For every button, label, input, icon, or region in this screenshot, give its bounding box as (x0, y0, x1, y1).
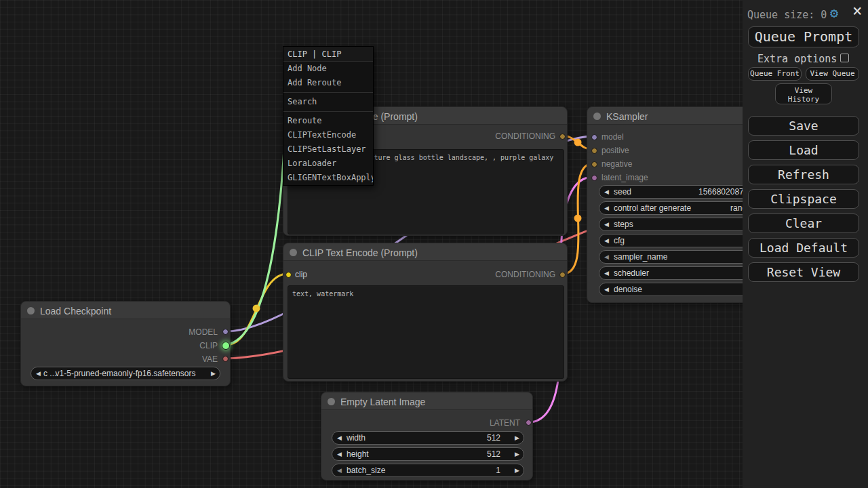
widget-label: denoise (614, 283, 642, 296)
negative-input-label: negative (601, 159, 632, 169)
clip-output-slot[interactable] (222, 342, 230, 350)
widget-label: cfg (614, 235, 625, 247)
latent-output-slot[interactable] (526, 420, 532, 426)
load-default-button[interactable]: Load Default (748, 238, 859, 258)
queue-size-label: Queue size: 0 (747, 9, 827, 21)
clipspace-button[interactable]: Clipspace (748, 189, 859, 209)
widget-label: control after generate (614, 202, 691, 214)
menu-item-reroute[interactable]: Reroute (283, 114, 373, 128)
menu-item-add-node[interactable]: Add Node (283, 62, 373, 76)
gear-icon[interactable]: ⚙ (830, 5, 838, 21)
extra-options-checkbox[interactable] (840, 54, 849, 62)
prompt-textarea[interactable]: text, watermark (288, 285, 564, 379)
decrement-arrow-icon[interactable]: ◀ (604, 235, 609, 247)
model-input-label: model (601, 132, 624, 142)
context-menu-title: CLIP | CLIP (283, 47, 373, 62)
negative-input-slot[interactable] (591, 161, 597, 167)
height-widget[interactable]: ◀ height 512 ▶ (332, 447, 524, 461)
queue-prompt-button[interactable]: Queue Prompt (748, 26, 859, 47)
clear-button[interactable]: Clear (748, 214, 859, 233)
node-title: Load Checkpoint (40, 302, 111, 320)
increment-arrow-icon[interactable]: ▶ (515, 432, 519, 444)
node-title: Empty Latent Image (340, 393, 425, 411)
increment-arrow-icon[interactable]: ▶ (515, 464, 519, 476)
widget-label: steps (614, 218, 633, 230)
decrement-arrow-icon[interactable]: ◀ (604, 267, 609, 279)
node-title-bar[interactable]: Empty Latent Image (321, 392, 532, 410)
decrement-arrow-icon[interactable]: ◀ (337, 448, 342, 460)
node-title-bar[interactable]: Load Checkpoint (21, 302, 230, 319)
clip-input-label: clip (295, 270, 307, 279)
conditioning-output-slot[interactable] (559, 134, 566, 140)
decrement-arrow-icon[interactable]: ◀ (604, 251, 609, 263)
menu-item-search[interactable]: Search (283, 95, 373, 109)
ckpt-name-widget[interactable]: ◀ c ... v1-5-pruned-emaonly-fp16.safeten… (31, 367, 220, 380)
clip-input-slot[interactable] (285, 272, 292, 278)
positive-input-label: positive (601, 146, 629, 155)
collapse-toggle-icon[interactable] (328, 398, 335, 405)
node-title-bar[interactable]: CLIP Text Encode (Prompt) (283, 243, 567, 261)
view-queue-button[interactable]: View Queue (806, 67, 859, 81)
menu-item-clipsetlastlayer[interactable]: CLIPSetLastLayer (283, 142, 373, 157)
decrement-arrow-icon[interactable]: ◀ (604, 202, 609, 214)
model-input-slot[interactable] (591, 134, 597, 140)
comfyui-app: CLIP Text Encode (Prompt) clip CONDITION… (0, 0, 868, 488)
view-history-button[interactable]: ViewHistory (775, 83, 832, 104)
collapse-toggle-icon[interactable] (290, 249, 297, 256)
link-midpoint-dot (574, 215, 582, 222)
widget-label: seed (614, 186, 631, 198)
view-history-line2: History (788, 95, 819, 104)
widget-value: 512 (487, 432, 500, 444)
node-load-checkpoint[interactable]: Load Checkpoint MODEL CLIP VAE ◀ c ... v… (20, 301, 231, 386)
collapse-toggle-icon[interactable] (27, 307, 35, 314)
widget-value: 512 (487, 448, 500, 460)
load-button[interactable]: Load (748, 140, 859, 160)
clip-output-label: CLIP (199, 341, 218, 350)
increment-arrow-icon[interactable]: ▶ (211, 367, 216, 380)
node-clip-text-encode-negative[interactable]: CLIP Text Encode (Prompt) clip CONDITION… (283, 243, 568, 382)
node-empty-latent-image[interactable]: Empty Latent Image LATENT ◀ width 512 ▶ … (321, 392, 533, 481)
reset-view-button[interactable]: Reset View (748, 262, 859, 282)
menu-item-cliptextencode[interactable]: CLIPTextEncode (283, 128, 373, 142)
close-icon[interactable]: × (852, 1, 862, 20)
latent-image-input-label: latent_image (601, 173, 648, 182)
link-midpoint-dot (253, 305, 260, 312)
node-title: CLIP Text Encode (Prompt) (302, 244, 418, 262)
model-output-slot[interactable] (222, 329, 229, 335)
queue-front-button[interactable]: Queue Front (748, 67, 802, 81)
menu-item-gligentextboxapply[interactable]: GLIGENTextBoxApply (283, 171, 373, 185)
widget-label: width (347, 432, 366, 444)
decrement-arrow-icon[interactable]: ◀ (604, 218, 609, 230)
model-output-label: MODEL (189, 327, 218, 337)
queue-panel-header: Queue size: 0 ⚙ × (747, 6, 868, 22)
increment-arrow-icon[interactable]: ▶ (515, 448, 519, 460)
queue-panel: Queue size: 0 ⚙ × Queue Prompt Extra opt… (743, 0, 868, 488)
decrement-arrow-icon[interactable]: ◀ (337, 432, 342, 444)
menu-separator (283, 111, 373, 112)
vae-output-label: VAE (202, 354, 218, 364)
collapse-toggle-icon[interactable] (593, 113, 601, 120)
menu-item-loraloader[interactable]: LoraLoader (283, 157, 373, 171)
decrement-arrow-icon[interactable]: ◀ (604, 283, 609, 296)
menu-separator (283, 92, 373, 93)
conditioning-output-slot[interactable] (559, 272, 566, 278)
decrement-arrow-icon[interactable]: ◀ (604, 186, 609, 198)
width-widget[interactable]: ◀ width 512 ▶ (332, 431, 524, 445)
positive-input-slot[interactable] (591, 148, 597, 154)
view-history-line1: View (795, 86, 813, 95)
decrement-arrow-icon[interactable]: ◀ (337, 464, 342, 476)
widget-label: sampler_name (614, 251, 667, 263)
save-button[interactable]: Save (748, 116, 859, 136)
refresh-button[interactable]: Refresh (748, 165, 859, 184)
latent-image-input-slot[interactable] (591, 175, 597, 181)
widget-label: batch_size (347, 464, 385, 476)
latent-output-label: LATENT (490, 418, 520, 428)
widget-value: 1566802087 (698, 186, 744, 198)
conditioning-output-label: CONDITIONING (495, 131, 555, 141)
wire-clip-dragging-link (226, 54, 288, 345)
menu-item-add-reroute[interactable]: Add Reroute (283, 76, 373, 90)
conditioning-output-label: CONDITIONING (495, 270, 555, 279)
vae-output-slot[interactable] (222, 356, 229, 362)
batch-size-widget[interactable]: ◀ batch_size 1 ▶ (332, 464, 524, 477)
widget-label: scheduler (614, 267, 649, 279)
